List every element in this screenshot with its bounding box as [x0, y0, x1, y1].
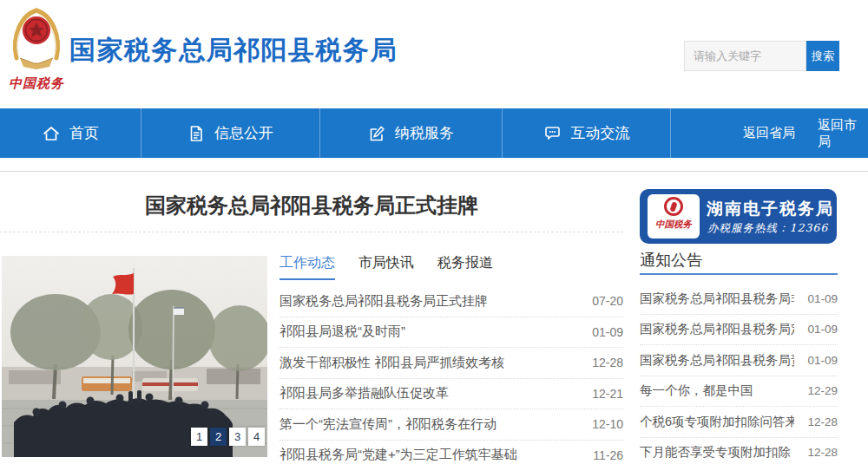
- notice-date: 01-09: [807, 292, 838, 305]
- carousel-page-3[interactable]: 3: [229, 428, 246, 446]
- home-icon: [42, 124, 61, 143]
- nav-item-label: 互动交流: [571, 123, 630, 143]
- tab-tax-reports[interactable]: 税务报道: [437, 254, 493, 280]
- nav-item-label: 信息公开: [214, 123, 273, 143]
- notice-title[interactable]: 国家税务总局祁阳县税务局非正...: [640, 291, 794, 307]
- notice-title[interactable]: 国家税务总局祁阳县税务局定期...: [640, 321, 794, 337]
- news-row[interactable]: 祁阳县局多举措融队伍促改革 12-21: [279, 379, 623, 410]
- search-input[interactable]: [684, 41, 806, 71]
- notice-title[interactable]: 每一个你，都是中国: [640, 382, 753, 399]
- news-date: 11-26: [593, 448, 623, 462]
- notice-row[interactable]: 下月能否享受专项附加扣除？湖... 12-28: [640, 438, 838, 464]
- news-title[interactable]: 激发干部积极性 祁阳县局严抓绩效考核: [279, 355, 504, 371]
- tax-bureau-homepage: 中国税务 国家税务总局祁阳县税务局 搜索 首页 信息公开: [0, 0, 868, 464]
- notice-row[interactable]: 个税6项专项附加扣除问答来了！... 12-28: [640, 407, 838, 438]
- notice-date: 12-28: [807, 446, 838, 459]
- notice-title[interactable]: 下月能否享受专项附加扣除？湖...: [640, 444, 794, 461]
- news-row[interactable]: 祁阳县税务局“党建+”为三定工作筑牢基础 11-26: [279, 441, 623, 464]
- carousel-page-2[interactable]: 2: [210, 428, 227, 446]
- news-list: 国家税务总局祁阳县税务局正式挂牌 07-20 祁阳县局退税“及时雨” 01-09…: [279, 286, 623, 464]
- carousel-pagination: 1 2 3 4: [191, 428, 265, 446]
- banner-logo-script: 中国税务: [648, 219, 700, 231]
- notice-row[interactable]: 每一个你，都是中国 12-29: [640, 376, 838, 408]
- news-date: 12-28: [592, 356, 623, 369]
- news-title[interactable]: 祁阳县税务局“党建+”为三定工作筑牢基础: [279, 447, 517, 463]
- etax-bureau-banner[interactable]: 中国税务 湖南电子税务局 办税服务热线：12366: [640, 189, 837, 244]
- banner-title: 湖南电子税务局: [707, 198, 834, 220]
- carousel-page-4[interactable]: 4: [248, 428, 265, 446]
- nav-item-info-disclosure[interactable]: 信息公开: [141, 108, 319, 158]
- search-box: 搜索: [684, 41, 839, 71]
- nav-link-city-bureau[interactable]: 返回市局: [818, 108, 868, 158]
- notice-title[interactable]: 国家税务总局祁阳县税务局责令...: [640, 352, 794, 369]
- tab-city-bureau-news[interactable]: 市局快讯: [358, 254, 414, 280]
- tax-emblem-logo[interactable]: 中国税务: [7, 4, 66, 93]
- nav-item-tax-service[interactable]: 纳税服务: [319, 108, 502, 158]
- news-tabs: 工作动态 市局快讯 税务报道: [279, 254, 623, 280]
- carousel-page-1[interactable]: 1: [191, 428, 207, 446]
- chat-icon: [542, 124, 562, 143]
- document-icon: [187, 124, 206, 143]
- notice-row[interactable]: 国家税务总局祁阳县税务局非正... 01-09: [640, 284, 838, 315]
- photo-carousel[interactable]: 1 2 3 4: [2, 256, 267, 457]
- news-date: 12-21: [592, 387, 623, 401]
- nav-divider: [670, 108, 671, 158]
- notice-date: 12-28: [807, 415, 838, 428]
- news-date: 01-09: [592, 325, 623, 339]
- nav-link-label: 返回省局: [743, 125, 795, 141]
- tax-emblem-icon: [8, 4, 65, 74]
- banner-tax-logo: 中国税务: [648, 194, 700, 239]
- compose-icon: [367, 124, 386, 143]
- notice-row[interactable]: 国家税务总局祁阳县税务局责令... 01-09: [640, 345, 838, 376]
- notice-title[interactable]: 个税6项专项附加扣除问答来了！...: [640, 414, 794, 430]
- featured-headline[interactable]: 国家税务总局祁阳县税务局正式挂牌: [0, 192, 623, 219]
- tax-ring-icon: [664, 197, 683, 216]
- news-row[interactable]: 激发干部积极性 祁阳县局严抓绩效考核 12-28: [279, 348, 623, 379]
- site-title: 国家税务总局祁阳县税务局: [69, 33, 398, 69]
- news-title[interactable]: 国家税务总局祁阳县税务局正式挂牌: [279, 293, 488, 310]
- notice-heading-underline: [640, 273, 838, 275]
- news-row[interactable]: 祁阳县局退税“及时雨” 01-09: [279, 317, 623, 349]
- nav-link-label: 返回市局: [818, 117, 868, 150]
- notice-date: 01-09: [807, 323, 838, 336]
- nav-item-label: 首页: [69, 123, 99, 143]
- headline-separator: [0, 232, 623, 232]
- news-title[interactable]: 祁阳县局退税“及时雨”: [279, 323, 405, 340]
- notice-date: 12-29: [807, 384, 838, 397]
- news-row[interactable]: 国家税务总局祁阳县税务局正式挂牌 07-20: [279, 286, 623, 317]
- main-navigation: 首页 信息公开 纳税服务 互: [0, 108, 868, 158]
- news-row[interactable]: 第一个“宪法宣传周”，祁阳税务在行动 12-10: [279, 409, 623, 441]
- notice-row[interactable]: 国家税务总局祁阳县税务局定期... 01-09: [640, 315, 838, 346]
- nav-item-interaction[interactable]: 互动交流: [502, 108, 670, 158]
- tab-work-dynamics[interactable]: 工作动态: [279, 254, 335, 280]
- notice-list: 国家税务总局祁阳县税务局非正... 01-09 国家税务总局祁阳县税务局定期..…: [640, 284, 838, 464]
- nav-link-provincial-bureau[interactable]: 返回省局: [743, 108, 795, 158]
- notice-heading: 通知公告: [640, 250, 702, 271]
- news-title[interactable]: 祁阳县局多举措融队伍促改革: [279, 385, 449, 402]
- notice-date: 01-09: [807, 354, 838, 367]
- news-date: 12-10: [592, 417, 623, 431]
- logo-script-text: 中国税务: [7, 75, 66, 92]
- site-header: 中国税务 国家税务总局祁阳县税务局 搜索: [0, 0, 868, 108]
- nav-item-home[interactable]: 首页: [0, 108, 141, 158]
- search-button[interactable]: 搜索: [806, 41, 839, 71]
- news-title[interactable]: 第一个“宪法宣传周”，祁阳税务在行动: [279, 416, 496, 433]
- right-sidebar: 中国税务 湖南电子税务局 办税服务热线：12366 通知公告 国家税务总局祁阳县…: [640, 189, 838, 464]
- news-panel: 工作动态 市局快讯 税务报道 国家税务总局祁阳县税务局正式挂牌 07-20 祁阳…: [279, 254, 623, 464]
- banner-hotline: 办税服务热线：12366: [707, 221, 828, 236]
- news-date: 07-20: [592, 294, 623, 308]
- nav-item-label: 纳税服务: [395, 123, 454, 143]
- header-content-divider: [0, 171, 868, 172]
